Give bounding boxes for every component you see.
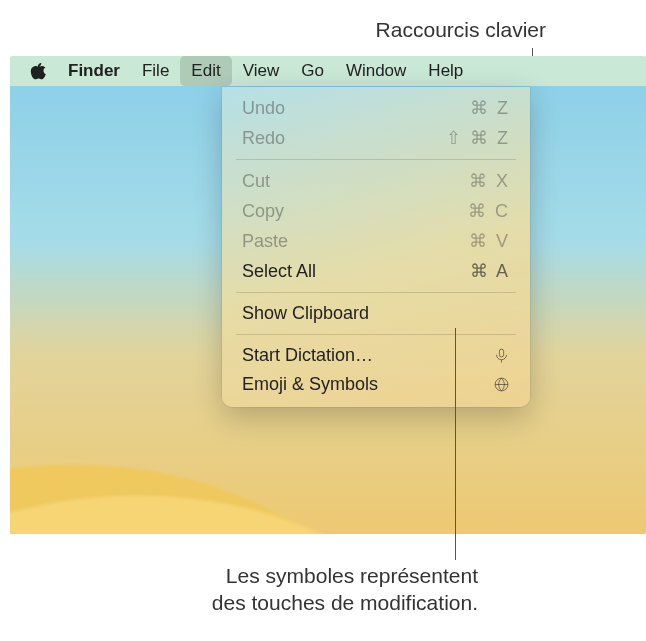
edit-menu-dropdown: Undo ⌘ Z Redo ⇧ ⌘ Z Cut ⌘ X Copy ⌘ C Pas… xyxy=(222,87,530,407)
menu-separator xyxy=(236,292,516,293)
menu-label: Undo xyxy=(242,98,285,119)
menu-shortcut: ⌘ X xyxy=(469,170,510,192)
callout-keyboard-shortcuts: Raccourcis clavier xyxy=(376,18,546,42)
callout-line xyxy=(455,328,456,560)
menu-label: Copy xyxy=(242,201,284,222)
menu-item-cut[interactable]: Cut ⌘ X xyxy=(222,166,530,196)
callout-modifier-keys: Les symboles représentent des touches de… xyxy=(212,562,478,617)
menu-item-emoji-symbols[interactable]: Emoji & Symbols xyxy=(222,370,530,399)
menu-label: Paste xyxy=(242,231,288,252)
menu-item-paste[interactable]: Paste ⌘ V xyxy=(222,226,530,256)
menubar-help[interactable]: Help xyxy=(417,56,474,86)
menu-separator xyxy=(236,334,516,335)
svg-rect-0 xyxy=(499,349,503,357)
menubar-view[interactable]: View xyxy=(232,56,291,86)
microphone-icon xyxy=(492,347,510,365)
menu-item-redo[interactable]: Redo ⇧ ⌘ Z xyxy=(222,123,530,153)
apple-menu-icon[interactable] xyxy=(26,56,57,86)
menu-item-undo[interactable]: Undo ⌘ Z xyxy=(222,93,530,123)
menubar-window[interactable]: Window xyxy=(335,56,417,86)
menu-item-show-clipboard[interactable]: Show Clipboard xyxy=(222,299,530,328)
menubar: Finder File Edit View Go Window Help xyxy=(10,56,646,86)
menu-label: Cut xyxy=(242,171,270,192)
menu-separator xyxy=(236,159,516,160)
menu-shortcut: ⇧ ⌘ Z xyxy=(446,127,510,149)
callout-text-line: des touches de modification. xyxy=(212,589,478,616)
menubar-edit[interactable]: Edit xyxy=(180,56,231,86)
menu-label: Select All xyxy=(242,261,316,282)
menu-item-select-all[interactable]: Select All ⌘ A xyxy=(222,256,530,286)
menu-item-start-dictation[interactable]: Start Dictation… xyxy=(222,341,530,370)
menu-label: Emoji & Symbols xyxy=(242,374,378,395)
menu-shortcut: ⌘ C xyxy=(468,200,510,222)
globe-icon xyxy=(492,376,510,394)
menu-shortcut: ⌘ Z xyxy=(470,97,510,119)
menu-label: Start Dictation… xyxy=(242,345,373,366)
callout-text-line: Les symboles représentent xyxy=(212,562,478,589)
menubar-app-name[interactable]: Finder xyxy=(57,56,131,86)
menu-item-copy[interactable]: Copy ⌘ C xyxy=(222,196,530,226)
menubar-go[interactable]: Go xyxy=(290,56,335,86)
menu-shortcut: ⌘ V xyxy=(469,230,510,252)
menu-shortcut: ⌘ A xyxy=(470,260,510,282)
macos-screenshot: Finder File Edit View Go Window Help Und… xyxy=(10,56,646,534)
menubar-file[interactable]: File xyxy=(131,56,180,86)
menu-label: Redo xyxy=(242,128,285,149)
menu-label: Show Clipboard xyxy=(242,303,369,324)
